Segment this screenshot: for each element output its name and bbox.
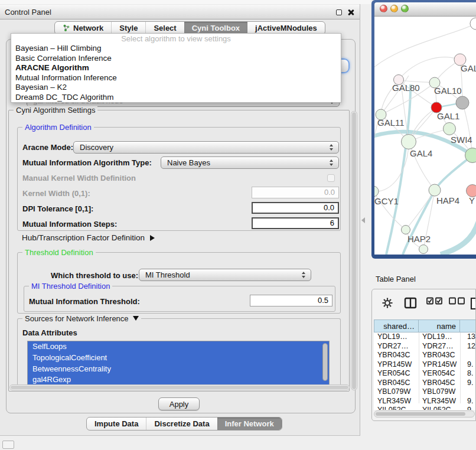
tab-discretize-data[interactable]: Discretize Data [146, 418, 217, 430]
table-cell: YDL19… [374, 332, 419, 342]
kernel-width-label: Kernel Width (0,1): [22, 189, 90, 198]
tab-infer-network[interactable]: Infer Network [217, 418, 282, 430]
stepper-arrows-icon [299, 272, 308, 278]
control-panel-titlebar: Control Panel [0, 5, 360, 19]
which-threshold-combobox[interactable]: MI Threshold [139, 269, 311, 281]
threshold-definition-group: Threshold Definition Which threshold to … [17, 252, 341, 314]
tab-impute-data[interactable]: Impute Data [87, 418, 146, 430]
settings-gear-icon[interactable] [382, 297, 393, 311]
close-icon[interactable] [347, 9, 354, 16]
table-cell: YBL079W [419, 387, 460, 397]
network-node-label: GAL1 [437, 111, 459, 121]
apply-button[interactable]: Apply [158, 397, 200, 410]
algorithm-dropdown-popup: Select algorithm to view settings Bayesi… [11, 33, 341, 103]
table-cell: 9. [460, 397, 476, 406]
background-strip [0, 0, 371, 4]
network-canvas[interactable]: GALGAL80GAL10GAL1GAL11SWI4GAL4GCY1HAP4YH… [374, 17, 476, 255]
scrollbar-thumb[interactable] [376, 412, 465, 416]
tab-cyni-toolbox[interactable]: Cyni Toolbox [184, 22, 247, 34]
network-node[interactable] [456, 96, 469, 109]
network-node[interactable] [444, 123, 456, 135]
table-row[interactable]: YER054CYER054C8. [374, 369, 476, 379]
table-row[interactable]: YDL19…YDL19…13 [374, 332, 476, 342]
attribute-item-topologicalcoefficient[interactable]: TopologicalCoefficient [28, 353, 329, 364]
column-header-shared[interactable]: shared… [374, 319, 419, 332]
column-layout-icon[interactable] [404, 297, 417, 311]
algorithm-option-mutual-information-inference[interactable]: Mutual Information Inference [11, 73, 341, 83]
network-node-label: GAL10 [434, 86, 462, 96]
table-row[interactable]: YLR345WYLR345W9. [374, 397, 476, 406]
network-node[interactable] [470, 18, 476, 30]
hub-definition-toggle[interactable]: Hub/Transcription Factor Definition [22, 233, 155, 242]
network-node[interactable] [374, 186, 379, 197]
table-cell: 13 [460, 332, 476, 342]
table-horizontal-scrollbar[interactable] [374, 410, 475, 418]
new-table-icon[interactable] [470, 297, 476, 312]
network-icon [63, 24, 70, 32]
tab-label: Select [154, 24, 176, 32]
float-icon[interactable] [336, 9, 342, 15]
stepper-arrows-icon [327, 144, 335, 151]
settings-vertical-scrollbar[interactable] [351, 111, 357, 390]
network-node-label: GAL80 [392, 83, 420, 93]
stepper-arrows-icon [327, 159, 335, 166]
algorithm-option-basic-correlation-inference[interactable]: Basic Correlation Inference [11, 54, 341, 64]
aracne-mode-combobox[interactable]: Discovery [73, 141, 339, 154]
bottom-left-widget[interactable] [2, 441, 14, 449]
algorithm-option-dream8-dc-tdc-algorithm[interactable]: Dream8 DC_TDC Algorithm [11, 93, 341, 103]
table-row[interactable]: YBR045CYBR045C9. [374, 379, 476, 388]
manual-kernel-label: Manual Kernel Width Definition [22, 174, 136, 182]
tab-style[interactable]: Style [111, 22, 145, 34]
attribute-item-betweennesscentrality[interactable]: BetweennessCentrality [28, 364, 329, 375]
table-cell [460, 351, 476, 360]
expand-arrow-icon [150, 235, 155, 241]
tab-select[interactable]: Select [145, 22, 184, 34]
which-threshold-label: Which threshold to use: [51, 271, 138, 280]
list-scrollbar-thumb[interactable] [322, 343, 328, 381]
attribute-item-gal4rgexp[interactable]: gal4RGexp [28, 374, 329, 385]
table-row[interactable]: YDR27…YDR27…12 [374, 342, 476, 351]
tab-label: Discretize Data [154, 419, 209, 428]
network-node[interactable] [429, 184, 441, 196]
algorithm-option-bayesian-hill-climbing[interactable]: Bayesian – Hill Climbing [11, 44, 341, 54]
zoom-light[interactable] [401, 5, 409, 12]
panel-title: Control Panel [5, 8, 51, 17]
mi-threshold-field[interactable]: 0.5 [250, 295, 332, 306]
mi-steps-field[interactable]: 6 [252, 217, 339, 229]
table-cell: YDR27… [374, 342, 419, 351]
attribute-item-selfloops[interactable]: SelfLoops [28, 341, 329, 353]
tab-jactivemnodules[interactable]: jActiveMNodules [247, 22, 325, 34]
algorithm-option-bayesian-k2[interactable]: Bayesian – K2 [11, 83, 341, 93]
network-window-titlebar[interactable] [374, 2, 476, 17]
mi-algorithm-type-combobox[interactable]: Naive Bayes [161, 156, 339, 169]
data-attributes-label: Data Attributes [22, 328, 77, 337]
show-columns-icon[interactable] [426, 297, 442, 308]
dpi-tolerance-field[interactable]: 0.0 [252, 202, 339, 214]
close-light[interactable] [380, 5, 387, 12]
table-header-row: shared…name [374, 319, 476, 332]
minimize-light[interactable] [390, 5, 398, 12]
column-header-3[interactable] [460, 319, 476, 332]
table-row[interactable]: YPR145WYPR145W9. [374, 360, 476, 370]
splitter-grip[interactable] [361, 217, 365, 223]
cyni-algorithm-settings: Cyni Algorithm Settings Algorithm Defini… [8, 110, 350, 392]
hide-columns-icon[interactable] [449, 297, 465, 308]
table-row[interactable]: YIL052CYIL052C9 [374, 406, 476, 410]
table-cell: YPR145W [374, 360, 419, 370]
table-row[interactable]: YBL079WYBL079W [374, 387, 476, 397]
scrollbar-thumb[interactable] [352, 112, 356, 389]
algorithm-option-aracne-algorithm[interactable]: ARACNE Algorithm [11, 63, 341, 73]
table-cell: 8. [460, 369, 476, 379]
dpi-tolerance-label: DPI Tolerance [0,1]: [22, 204, 93, 213]
network-node[interactable] [402, 226, 410, 234]
dropdown-placeholder: Select algorithm to view settings [11, 34, 341, 44]
tab-network[interactable]: Network [55, 22, 111, 34]
network-node[interactable] [402, 135, 416, 149]
column-header-name[interactable]: name [419, 319, 460, 332]
table-cell: YLR345W [419, 397, 460, 406]
network-node-label: GAL [461, 63, 476, 73]
table-row[interactable]: YBR043CYBR043C [374, 351, 476, 360]
scrollbar-thumb[interactable] [11, 386, 348, 389]
settings-horizontal-scrollbar[interactable] [9, 384, 350, 390]
network-node[interactable] [419, 245, 428, 254]
